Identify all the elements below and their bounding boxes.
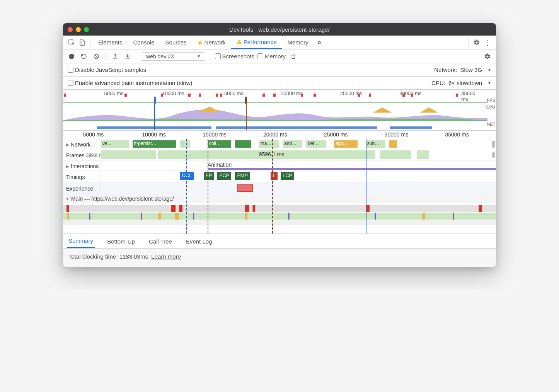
- delete-profile-icon[interactable]: [289, 52, 298, 61]
- settings-gear-icon[interactable]: [471, 37, 482, 48]
- frame-segment[interactable]: [417, 150, 429, 159]
- main-thread-header[interactable]: ▼ Main — https://web.dev/persistent-stor…: [63, 194, 496, 203]
- expand-triangle-icon[interactable]: ▶: [66, 164, 69, 169]
- svg-rect-22: [175, 213, 179, 220]
- more-tabs-icon[interactable]: »: [314, 37, 325, 48]
- learn-more-link[interactable]: Learn more: [151, 253, 181, 260]
- expand-triangle-icon[interactable]: ▶: [66, 142, 69, 147]
- svg-rect-30: [453, 213, 454, 220]
- warning-icon: [198, 40, 203, 45]
- network-request-segment[interactable]: and…: [283, 140, 302, 148]
- details-tab-event-log[interactable]: Event Log: [184, 234, 214, 248]
- titlebar: DevTools - web.dev/persistent-storage/: [63, 23, 496, 36]
- selection-handle-left[interactable]: [154, 97, 156, 104]
- details-tab-bottom-up[interactable]: Bottom-Up: [106, 234, 136, 248]
- layout-shift-box[interactable]: [237, 184, 253, 192]
- network-throttle-select[interactable]: Slow 3G ▼: [460, 66, 491, 73]
- checkbox-icon: [215, 53, 221, 59]
- interaction-label: Animation: [208, 162, 232, 168]
- selection-handle-right[interactable]: [245, 97, 247, 104]
- frames-track[interactable]: Frames399.8 ms 9596.1 ms: [63, 149, 496, 161]
- long-task-marker: [220, 94, 222, 97]
- network-request-segment[interactable]: coll…: [208, 140, 231, 148]
- network-request-segment[interactable]: ve…: [101, 140, 129, 148]
- network-request-segment[interactable]: def…: [306, 140, 326, 148]
- interactions-track[interactable]: ▶Interactions Animation: [63, 161, 496, 171]
- frame-segment[interactable]: [101, 150, 156, 159]
- overview-tick: 20000 ms: [281, 90, 303, 96]
- kebab-menu-icon[interactable]: ⋮: [482, 37, 493, 48]
- record-button[interactable]: [67, 52, 76, 61]
- panel-tab-network[interactable]: Network: [192, 36, 231, 49]
- panel-tab-console[interactable]: Console: [128, 36, 160, 49]
- timing-marker-lcp[interactable]: LCP: [281, 172, 294, 180]
- devtools-window: DevTools - web.dev/persistent-storage/ E…: [63, 23, 496, 267]
- timing-marker-fp[interactable]: FP: [204, 172, 214, 180]
- frame-segment[interactable]: [380, 150, 411, 159]
- svg-rect-17: [253, 205, 256, 212]
- inspect-element-icon[interactable]: [66, 37, 77, 48]
- network-request-segment[interactable]: [389, 140, 397, 148]
- interaction-bar[interactable]: [208, 168, 496, 170]
- overview-selection[interactable]: [154, 97, 247, 130]
- timings-track[interactable]: Timings DCLFPFCPFMPLLCP: [63, 171, 496, 182]
- tracks-scrollbar[interactable]: [492, 152, 495, 158]
- ruler-tick: 35000 ms: [445, 131, 469, 138]
- overview-tick: 15000 ms: [222, 90, 244, 96]
- network-track[interactable]: ▶Network ve…ff-persist…lcoll…ma…and…def……: [63, 139, 496, 149]
- details-tab-summary[interactable]: Summary: [67, 234, 95, 248]
- details-tab-call-tree[interactable]: Call Tree: [147, 234, 174, 248]
- network-request-segment[interactable]: sub…: [366, 140, 385, 148]
- experience-track[interactable]: Experience: [63, 182, 496, 194]
- network-request-segment[interactable]: l: [180, 140, 190, 148]
- svg-rect-25: [89, 213, 90, 220]
- network-request-segment[interactable]: ma…: [259, 140, 279, 148]
- reload-button[interactable]: [79, 52, 89, 61]
- checkbox-icon: [68, 67, 73, 73]
- load-profile-icon[interactable]: [111, 52, 120, 61]
- advanced-paint-checkbox[interactable]: Enable advanced paint instrumentation (s…: [68, 80, 193, 86]
- tracks-scrollbar[interactable]: [492, 141, 495, 148]
- memory-checkbox[interactable]: Memory: [257, 53, 286, 60]
- overview-timeline[interactable]: 5000 ms10000 ms15000 ms20000 ms25000 ms3…: [63, 90, 496, 131]
- dropdown-triangle-icon: ▼: [487, 81, 491, 85]
- panel-tab-memory[interactable]: Memory: [282, 36, 314, 49]
- dropdown-triangle-icon: ▼: [197, 54, 201, 58]
- long-task-marker: [124, 94, 127, 97]
- capture-settings-gear-icon[interactable]: [483, 52, 492, 61]
- tracks-panel: ▶Network ve…ff-persist…lcoll…ma…and…def……: [63, 139, 496, 234]
- timing-marker-fmp[interactable]: FMP: [235, 172, 249, 180]
- svg-rect-27: [193, 213, 194, 220]
- network-request-segment[interactable]: ff-persist…: [133, 140, 176, 148]
- panel-tab-elements[interactable]: Elements: [93, 36, 128, 49]
- timing-marker-fcp[interactable]: FCP: [217, 172, 231, 180]
- svg-rect-29: [375, 213, 376, 220]
- clear-button[interactable]: [92, 52, 101, 61]
- network-request-segment[interactable]: algo…: [334, 140, 358, 148]
- overview-cpu-chart: [63, 97, 487, 130]
- main-thread-flame[interactable]: [63, 203, 496, 233]
- recording-select[interactable]: web.dev #3 ▼: [142, 52, 205, 61]
- disable-js-checkbox[interactable]: Disable JavaScript samples: [68, 66, 146, 73]
- svg-rect-20: [67, 213, 69, 220]
- cpu-throttle-value: 6× slowdown: [448, 80, 482, 86]
- svg-rect-14: [171, 205, 176, 212]
- long-task-marker: [402, 94, 405, 97]
- network-request-segment[interactable]: [235, 140, 251, 148]
- cpu-throttle-select[interactable]: 6× slowdown ▼: [448, 80, 491, 86]
- panel-tab-sources[interactable]: Sources: [160, 36, 192, 49]
- collapse-triangle-icon[interactable]: ▼: [65, 196, 70, 201]
- window-title: DevTools - web.dev/persistent-storage/: [63, 26, 496, 33]
- screenshots-checkbox[interactable]: Screenshots: [215, 53, 254, 60]
- device-toolbar-icon[interactable]: [77, 37, 88, 48]
- checkbox-icon: [68, 80, 73, 86]
- timing-marker-dcl[interactable]: DCL: [180, 172, 194, 180]
- svg-rect-13: [66, 205, 69, 212]
- save-profile-icon[interactable]: [123, 52, 132, 61]
- timing-marker-l[interactable]: L: [271, 172, 277, 180]
- long-task-marker: [262, 94, 265, 97]
- long-task-marker: [216, 94, 218, 97]
- panel-tab-performance[interactable]: Performance: [231, 36, 282, 49]
- detail-ruler[interactable]: 5000 ms10000 ms15000 ms20000 ms25000 ms3…: [63, 131, 496, 139]
- performance-toolbar: web.dev #3 ▼ Screenshots Memory: [63, 49, 496, 63]
